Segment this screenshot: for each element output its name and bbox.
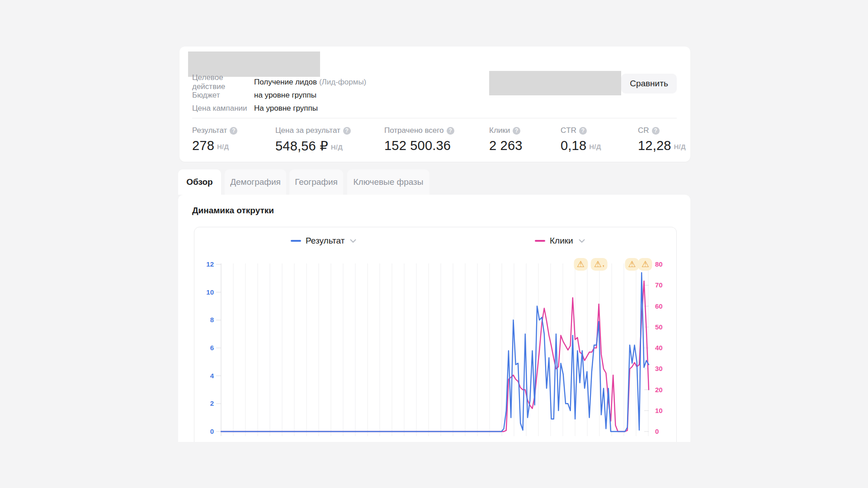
comparison-field-redacted (489, 71, 621, 95)
warning-triangle-icon: ⚠ (594, 260, 602, 268)
stat-value: 548,56 ₽ (275, 139, 328, 153)
left-axis-label: 12 (206, 260, 214, 268)
info-label: Бюджет (192, 91, 254, 100)
info-value: на уровне группы (254, 91, 316, 100)
stats-row: Результат? 278Н/Д Цена за результат? 548… (179, 126, 690, 158)
stat-total-spent: Потрачено всего? 152 500.36 (384, 126, 454, 153)
stat-value: 2 263 (489, 138, 523, 153)
series-Клики (221, 281, 649, 432)
stat-label: Клики (489, 126, 510, 135)
stat-label: Цена за результат (275, 126, 340, 135)
stat-value: 278 (192, 138, 214, 153)
info-value: На уровне группы (254, 104, 318, 113)
right-axis-label: 30 (655, 365, 663, 372)
left-axis-label: 4 (210, 372, 214, 380)
info-label: Целевое действие (192, 73, 254, 91)
tab-geography[interactable]: География (289, 169, 343, 195)
left-axis-label: 6 (210, 344, 214, 352)
series-Результат (221, 273, 649, 432)
info-row-budget: Бюджет на уровне группы (192, 89, 366, 102)
info-row-objective: Целевое действие Получение лидов (Лид-фо… (192, 75, 366, 89)
help-icon[interactable]: ? (447, 127, 454, 135)
stat-clicks: Клики? 2 263 (489, 126, 523, 153)
stat-result: Результат? 278Н/Д (192, 126, 237, 153)
left-axis-label: 2 (210, 399, 214, 407)
divider (192, 118, 677, 118)
chart-container: Результат Клики 024681012010203040506070… (194, 227, 677, 442)
stat-label: CTR (561, 126, 576, 135)
right-axis-label: 70 (655, 281, 663, 289)
right-axis-label: 80 (655, 260, 663, 268)
right-axis-label: 50 (655, 323, 663, 331)
warning-triangle-icon: ⚠ (642, 260, 649, 268)
tab-demography[interactable]: Демография (225, 169, 286, 195)
right-axis-label: 20 (655, 386, 663, 394)
compare-button[interactable]: Сравнить (621, 74, 677, 94)
help-icon[interactable]: ? (343, 127, 351, 135)
campaign-info-rows: Целевое действие Получение лидов (Лид-фо… (192, 75, 366, 115)
page-background: { "campaign_card": { "rows": [ { "label"… (0, 0, 868, 488)
stat-label: CR (638, 126, 649, 135)
stat-value: 152 500.36 (384, 138, 451, 153)
help-icon[interactable]: ? (579, 127, 587, 135)
left-axis-label: 8 (210, 316, 214, 324)
left-axis-label: 10 (206, 288, 214, 296)
info-value-suffix: (Лид-формы) (319, 78, 366, 87)
left-axis-label: 0 (210, 427, 214, 435)
warning-triangle-icon: ⚠ (628, 260, 636, 268)
stat-suffix: Н/Д (217, 143, 229, 150)
stat-cost-per-result: Цена за результат? 548,56 ₽Н/Д (275, 126, 351, 154)
info-value: Получение лидов (254, 78, 317, 87)
warning-icon-badge[interactable]: ⚠, (591, 258, 608, 271)
campaign-summary-card: Целевое действие Получение лидов (Лид-фо… (179, 47, 690, 162)
help-icon[interactable]: ? (230, 127, 237, 135)
help-icon[interactable]: ? (652, 127, 660, 135)
stat-label: Потрачено всего (384, 126, 444, 135)
tabs-bar: Обзор Демография География Ключевые фраз… (178, 169, 690, 195)
stat-value: 0,18 (561, 138, 586, 153)
stat-ctr: CTR? 0,18Н/Д (561, 126, 601, 153)
stat-suffix: Н/Д (589, 143, 601, 150)
warning-extra-mark: , (603, 261, 604, 267)
help-icon[interactable]: ? (513, 127, 520, 135)
stat-suffix: Н/Д (331, 143, 343, 151)
right-axis-label: 10 (655, 407, 663, 414)
warning-triangle-icon: ⚠ (577, 260, 585, 268)
right-axis-label: 40 (655, 344, 663, 352)
warning-icon-badge[interactable]: ⚠ (625, 258, 639, 271)
stat-value: 12,28 (638, 138, 671, 153)
warning-icon-badge[interactable]: ⚠ (574, 258, 588, 271)
warning-icon-badge[interactable]: ⚠ (638, 258, 652, 271)
stat-label: Результат (192, 126, 227, 135)
info-row-campaign-price: Цена кампании На уровне группы (192, 102, 366, 115)
right-axis-label: 0 (655, 427, 659, 435)
tab-overview[interactable]: Обзор (178, 169, 221, 195)
stat-cr: CR? 12,28Н/Д (638, 126, 686, 153)
overview-content-card: Динамика открутки Результат Клики 024681… (178, 195, 690, 442)
stat-suffix: Н/Д (674, 143, 686, 150)
tab-key-phrases[interactable]: Ключевые фразы (347, 169, 429, 195)
section-title: Динамика открутки (192, 206, 274, 216)
info-label: Цена кампании (192, 104, 254, 113)
right-axis-label: 60 (655, 302, 663, 310)
